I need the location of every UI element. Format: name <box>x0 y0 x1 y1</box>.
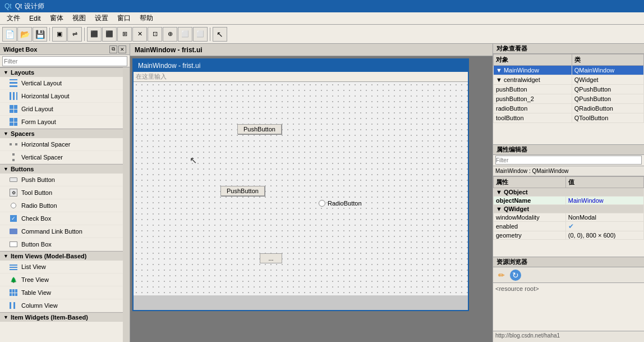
tb-layout-form[interactable]: ⊞ <box>117 27 132 42</box>
tb-new[interactable]: 📄 <box>2 27 17 42</box>
form-pushbutton-1[interactable]: PushButton <box>237 124 282 134</box>
wb-item-list-view[interactable]: List View <box>0 261 123 273</box>
tool-button-icon: ⚙ <box>9 188 18 197</box>
tb-widget-edit[interactable]: ▣ <box>52 27 67 42</box>
wb-scrollbar[interactable] <box>123 67 130 342</box>
wb-item-horizontal-spacer[interactable]: Horizontal Spacer <box>0 138 123 151</box>
wb-item-grid-layout[interactable]: Grid Layout <box>0 103 123 116</box>
table-row[interactable]: geometry (0, 0), 800 × 600) <box>494 231 644 240</box>
table-row[interactable]: pushButton QPushButton <box>494 85 644 94</box>
tb-splitter-v[interactable]: ⬜ <box>193 27 208 42</box>
wb-section-item-views[interactable]: ▼ Item Views (Model-Based) <box>0 251 123 261</box>
menu-bar: 文件 Edit 窗体 视图 设置 窗口 帮助 <box>0 12 644 25</box>
tb-save[interactable]: 💾 <box>33 27 47 42</box>
pe-title: 属性编辑器 <box>496 145 527 154</box>
button-box-icon <box>9 240 18 249</box>
pe-col-prop: 属性 <box>494 177 566 188</box>
form-content[interactable]: PushButton PushButton RadioButton ... ↖ <box>134 82 468 295</box>
form-toolbutton-1[interactable]: ... <box>260 253 282 263</box>
rb-title: 资源浏览器 <box>496 258 527 266</box>
wb-item-button-box[interactable]: Button Box <box>0 238 123 251</box>
designer-main[interactable]: MainWindow - frist.ui 在这里输入 PushButton P… <box>130 56 493 342</box>
wb-item-tool-button[interactable]: ⚙ Tool Button <box>0 186 123 199</box>
table-row: ▼ QWidget <box>494 205 644 213</box>
widget-box-title: Widget Box <box>3 46 37 53</box>
wb-item-horizontal-layout[interactable]: Horizontal Layout <box>0 90 123 103</box>
table-view-icon <box>9 288 18 297</box>
table-row[interactable]: ▼ centralwidget QWidget <box>494 75 644 85</box>
wb-item-vertical-layout[interactable]: Vertical Layout <box>0 77 123 90</box>
menu-file[interactable]: 文件 <box>2 12 25 24</box>
wb-close-btn[interactable]: ✕ <box>118 45 126 53</box>
menu-view[interactable]: 视图 <box>68 12 90 24</box>
oi-obj-class: QWidget <box>572 75 643 85</box>
menu-help[interactable]: 帮助 <box>135 12 158 24</box>
menu-edit[interactable]: Edit <box>25 13 45 24</box>
wb-item-push-button[interactable]: Push Button <box>0 174 123 186</box>
wb-section-item-widgets[interactable]: ▼ Item Widgets (Item-Based) <box>0 312 123 322</box>
form-menubar: 在这里输入 <box>134 72 468 82</box>
pe-category-qobject: ▼ QObject <box>494 188 644 197</box>
expand-icon: ▼ <box>496 76 502 83</box>
buttons-label: Buttons <box>11 166 34 172</box>
table-row[interactable]: toolButton QToolButton <box>494 113 644 123</box>
wb-filter-input[interactable] <box>2 56 127 66</box>
oi-obj-name: toolButton <box>494 113 572 123</box>
wb-item-tree-view[interactable]: 🌲 Tree View <box>0 273 123 286</box>
pe-prop-val: ✔ <box>565 222 643 231</box>
tb-adjust[interactable]: ⊕ <box>163 27 177 42</box>
wb-item-form-layout[interactable]: Form Layout <box>0 116 123 129</box>
menu-settings[interactable]: 设置 <box>90 12 113 24</box>
tb-break-layout[interactable]: ✕ <box>132 27 147 42</box>
wb-item-radio-button[interactable]: Radio Button <box>0 199 123 212</box>
tb-open[interactable]: 📂 <box>17 27 32 42</box>
tb-grid[interactable]: ⊡ <box>148 27 162 42</box>
form-menu-placeholder: 在这里输入 <box>136 72 167 81</box>
wb-item-column-view[interactable]: Column View <box>0 299 123 312</box>
table-row[interactable]: ▼ MainWindow QMainWindow <box>494 66 644 75</box>
oi-obj-class: QToolButton <box>572 113 643 123</box>
form-radio-1[interactable]: RadioButton <box>319 200 362 207</box>
wb-section-spacers[interactable]: ▼ Spacers <box>0 129 123 138</box>
pe-context: MainWindow : QMainWindow <box>493 166 644 176</box>
table-row[interactable]: objectName MainWindow <box>494 197 644 205</box>
wb-item-table-view[interactable]: Table View <box>0 286 123 299</box>
tb-splitter-h[interactable]: ⬜ <box>178 27 192 42</box>
wb-item-check-box[interactable]: ✓ Check Box <box>0 212 123 225</box>
pe-filter-input[interactable] <box>495 156 642 165</box>
toolbar-group-pointer: ↖ <box>213 27 227 42</box>
table-row: ▼ QObject <box>494 188 644 197</box>
wb-item-command-link[interactable]: Command Link Button <box>0 225 123 238</box>
layouts-label: Layouts <box>11 69 34 76</box>
rb-refresh-btn[interactable]: ↻ <box>510 270 521 281</box>
vertical-layout-label: Vertical Layout <box>21 80 62 86</box>
wb-section-layouts[interactable]: ▼ Layouts <box>0 67 123 77</box>
object-inspector: 对象查看器 对象 类 ▼ MainWindow <box>493 44 644 145</box>
menu-form[interactable]: 窗体 <box>45 12 68 24</box>
wb-section-buttons[interactable]: ▼ Buttons <box>0 164 123 174</box>
horizontal-layout-icon <box>9 92 18 101</box>
tb-layout-v[interactable]: ⬛ <box>102 27 117 42</box>
arrow-icon: ▼ <box>3 314 8 320</box>
table-row[interactable]: pushButton_2 QPushButton <box>494 94 644 104</box>
toolbar-sep-2 <box>84 28 85 41</box>
table-row[interactable]: radioButton QRadioButton <box>494 104 644 113</box>
pe-table: 属性 值 ▼ QObject objectName <box>493 176 644 257</box>
form-title-label: MainWindow - frist.ui <box>135 46 203 54</box>
menu-window[interactable]: 窗口 <box>113 12 135 24</box>
title-bar: Qt Qt 设计师 <box>0 0 644 12</box>
table-row[interactable]: enabled ✔ <box>494 222 644 231</box>
form-pushbutton-2[interactable]: PushButton <box>220 186 265 196</box>
pe-header: 属性编辑器 <box>493 145 644 155</box>
tb-signal-slot[interactable]: ⇌ <box>67 27 82 42</box>
table-row[interactable]: windowModality NonModal <box>494 213 644 222</box>
wb-item-vertical-spacer[interactable]: Vertical Spacer <box>0 151 123 164</box>
rb-pencil-btn[interactable]: ✏ <box>495 269 508 281</box>
toolbar-group-file: 📄 📂 💾 <box>2 27 47 42</box>
cursor-indicator: ↖ <box>190 155 197 166</box>
oi-col-object: 对象 <box>494 54 572 66</box>
form-layout-icon <box>9 117 18 126</box>
tb-layout-h[interactable]: ⬛ <box>87 27 102 42</box>
wb-float-btn[interactable]: ⧉ <box>109 45 117 53</box>
tb-pointer[interactable]: ↖ <box>213 27 227 42</box>
